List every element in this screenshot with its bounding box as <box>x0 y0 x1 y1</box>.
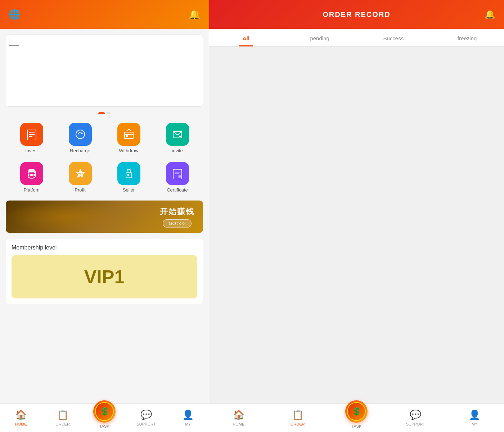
right-nav-support[interactable]: 💬 SUPPORT <box>403 409 428 426</box>
tab-success[interactable]: Success <box>357 29 431 46</box>
right-bottom-nav: 🏠 HOME 📋 ORDER 💲 TASK 💬 SUPPORT 👤 MY <box>209 403 504 432</box>
icon-invest[interactable]: Invest <box>7 118 56 158</box>
platfom-icon-circle <box>20 162 43 185</box>
icon-invite[interactable]: invite <box>153 118 202 158</box>
recharge-label: Recharge <box>70 148 90 153</box>
right-support-label: SUPPORT <box>406 422 425 426</box>
task-button[interactable]: 💲 <box>93 400 116 423</box>
platfom-label: Platfom <box>23 187 39 193</box>
left-nav-task[interactable]: 💲 TASK <box>92 408 117 428</box>
svg-text:VIP: VIP <box>78 172 83 175</box>
icon-platfom[interactable]: Platfom <box>7 158 56 197</box>
left-nav-support[interactable]: 💬 SUPPORT <box>134 409 159 426</box>
tab-freezing[interactable]: freezing <box>430 29 504 46</box>
icon-seller[interactable]: Seller <box>104 158 153 197</box>
right-my-label: MY <box>472 422 478 426</box>
right-home-icon: 🏠 <box>233 409 244 420</box>
left-header: 🌐 🔔 <box>0 0 209 29</box>
right-nav-my[interactable]: 👤 MY <box>462 409 487 426</box>
certificate-icon-circle <box>166 162 189 185</box>
icon-certificate[interactable]: Certificate <box>153 158 202 197</box>
promo-banner[interactable]: 开始赚钱 GO >>> <box>6 201 203 233</box>
my-label: MY <box>185 422 191 426</box>
banner-image <box>9 38 19 46</box>
right-home-label: HOME <box>233 422 244 426</box>
certificate-label: Certificate <box>167 187 188 193</box>
promo-text-area: 开始赚钱 GO >>> <box>160 206 194 228</box>
seller-icon-circle <box>117 162 140 185</box>
left-bell-icon[interactable]: 🔔 <box>189 9 200 20</box>
profit-label: Profit <box>75 187 85 193</box>
support-label: SUPPORT <box>137 422 156 426</box>
support-icon: 💬 <box>140 409 152 420</box>
tabs-row: All pending Success freezing <box>209 29 504 47</box>
promo-title: 开始赚钱 <box>160 206 194 217</box>
tab-pending[interactable]: pending <box>283 29 357 46</box>
order-record-title: ORDER RECORD <box>323 10 390 19</box>
withdraw-icon-circle <box>117 123 140 146</box>
left-nav-home[interactable]: 🏠 HOME <box>8 409 33 426</box>
invest-icon-circle <box>20 123 43 146</box>
svg-marker-5 <box>81 132 83 134</box>
vip-level: VIP1 <box>84 266 125 288</box>
right-my-icon: 👤 <box>469 409 480 420</box>
right-nav-task[interactable]: 💲 TASK <box>344 408 369 428</box>
icon-profit[interactable]: VIP Profit <box>56 158 104 197</box>
globe-icon: 🌐 <box>9 9 20 20</box>
order-label: ORDER <box>55 422 70 426</box>
icons-grid: Invest Recharge Withdraw <box>0 118 209 197</box>
promo-button[interactable]: GO >>> <box>163 219 192 228</box>
right-panel: ORDER RECORD 🔔 All pending Success freez… <box>209 0 504 432</box>
dot-inactive-1 <box>107 112 111 114</box>
svg-rect-20 <box>127 174 129 176</box>
left-nav-order[interactable]: 📋 ORDER <box>50 409 75 426</box>
right-nav-order[interactable]: 📋 ORDER <box>285 409 310 426</box>
vip-card[interactable]: VIP1 <box>12 255 197 298</box>
promo-decoration <box>6 201 124 233</box>
invite-icon-circle <box>166 123 189 146</box>
right-header: ORDER RECORD 🔔 <box>209 0 504 29</box>
left-nav-my[interactable]: 👤 MY <box>175 409 201 426</box>
right-task-button[interactable]: 💲 <box>345 400 368 423</box>
my-icon: 👤 <box>182 409 194 420</box>
icon-recharge[interactable]: Recharge <box>56 118 104 158</box>
invest-label: Invest <box>25 148 38 153</box>
profit-icon-circle: VIP <box>69 162 92 185</box>
banner-dots <box>0 112 209 114</box>
left-panel: 🌐 🔔 Invest <box>0 0 209 432</box>
banner-container <box>6 35 203 107</box>
order-list-empty <box>209 47 504 403</box>
tab-all[interactable]: All <box>209 29 283 46</box>
task-inner: 💲 <box>95 402 114 421</box>
invite-label: invite <box>172 148 183 153</box>
seller-label: Seller <box>123 187 135 193</box>
right-order-icon: 📋 <box>292 409 303 420</box>
svg-point-4 <box>76 130 85 139</box>
home-icon: 🏠 <box>15 409 27 420</box>
svg-rect-8 <box>126 135 128 137</box>
task-label: TASK <box>99 424 109 428</box>
membership-title: Membership level <box>12 244 197 251</box>
order-icon: 📋 <box>57 409 68 420</box>
svg-rect-6 <box>125 132 133 139</box>
membership-section: Membership level VIP1 <box>6 239 203 304</box>
left-bottom-nav: 🏠 HOME 📋 ORDER 💲 TASK 💬 SUPPORT 👤 MY <box>0 403 209 432</box>
right-bell-icon[interactable]: 🔔 <box>485 9 495 19</box>
home-label: HOME <box>15 422 27 426</box>
withdraw-label: Withdraw <box>119 148 138 153</box>
right-task-inner: 💲 <box>347 402 366 421</box>
right-order-label: ORDER <box>291 422 305 426</box>
recharge-icon-circle <box>69 123 92 146</box>
dot-active <box>98 112 105 114</box>
right-task-label: TASK <box>352 424 362 428</box>
right-support-icon: 💬 <box>410 409 421 420</box>
icon-withdraw[interactable]: Withdraw <box>104 118 153 158</box>
right-nav-home[interactable]: 🏠 HOME <box>226 409 251 426</box>
